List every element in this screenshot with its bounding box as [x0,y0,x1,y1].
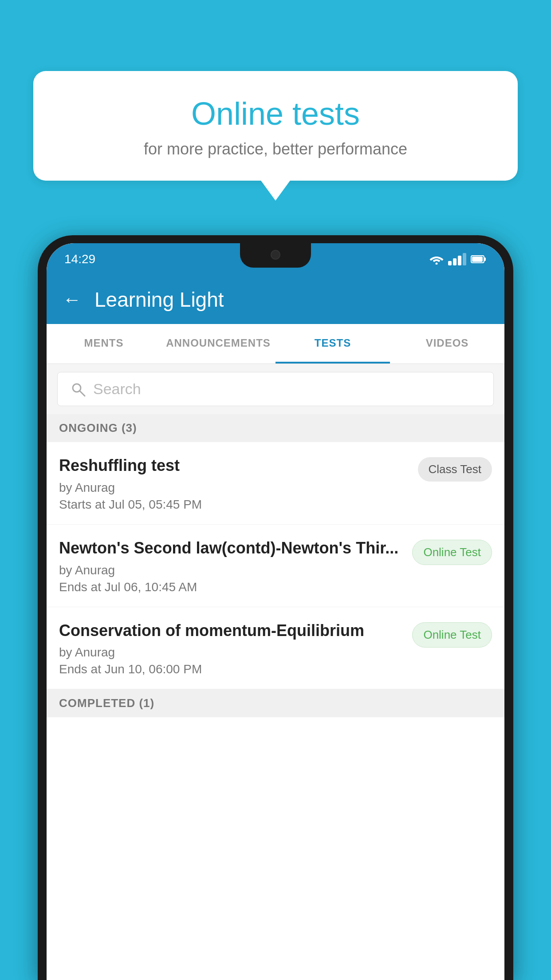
test-info: Reshuffling test by Anurag Starts at Jul… [59,455,418,512]
test-date: Starts at Jul 05, 05:45 PM [59,498,409,512]
svg-point-0 [436,263,438,265]
phone-screen: 14:29 [47,243,504,980]
test-by: by Anurag [59,563,403,577]
test-item[interactable]: Reshuffling test by Anurag Starts at Jul… [47,442,504,525]
svg-line-5 [80,391,85,396]
test-date: Ends at Jun 10, 06:00 PM [59,662,403,676]
svg-rect-2 [484,257,486,261]
signal-icon [448,253,466,265]
test-info: Newton's Second law(contd)-Newton's Thir… [59,538,412,594]
test-badge: Online Test [412,540,492,565]
test-list: Reshuffling test by Anurag Starts at Jul… [47,442,504,980]
tab-tests[interactable]: TESTS [276,324,390,364]
test-name: Reshuffling test [59,455,409,476]
completed-section-header: COMPLETED (1) [47,689,504,717]
tab-bar: MENTS ANNOUNCEMENTS TESTS VIDEOS [47,324,504,364]
tab-ments[interactable]: MENTS [47,324,161,364]
search-placeholder: Search [93,380,141,398]
test-name: Conservation of momentum-Equilibrium [59,620,403,641]
app-bar-title: Learning Light [94,288,224,312]
svg-rect-3 [472,257,483,262]
tab-videos[interactable]: VIDEOS [390,324,504,364]
phone-notch [240,243,311,268]
battery-icon [471,254,487,264]
test-by: by Anurag [59,481,409,495]
promo-bubble: Online tests for more practice, better p… [33,71,518,181]
phone-frame: 14:29 [38,235,513,980]
status-icons [429,253,487,265]
test-badge: Online Test [412,622,492,648]
test-info: Conservation of momentum-Equilibrium by … [59,620,412,677]
search-icon [70,381,86,397]
test-date: Ends at Jul 06, 10:45 AM [59,580,403,594]
front-camera [271,250,280,260]
ongoing-section-header: ONGOING (3) [47,414,504,442]
search-container: Search [47,364,504,414]
back-button[interactable]: ← [63,289,81,310]
test-item[interactable]: Newton's Second law(contd)-Newton's Thir… [47,525,504,607]
test-name: Newton's Second law(contd)-Newton's Thir… [59,538,403,559]
test-badge: Class Test [418,457,492,482]
app-bar: ← Learning Light [47,275,504,324]
bubble-subtitle: for more practice, better performance [60,140,491,158]
tab-announcements[interactable]: ANNOUNCEMENTS [161,324,276,364]
status-time: 14:29 [64,252,95,266]
test-by: by Anurag [59,645,403,660]
test-item[interactable]: Conservation of momentum-Equilibrium by … [47,607,504,690]
wifi-icon [429,254,444,265]
search-bar[interactable]: Search [57,372,494,406]
bubble-title: Online tests [60,95,491,132]
